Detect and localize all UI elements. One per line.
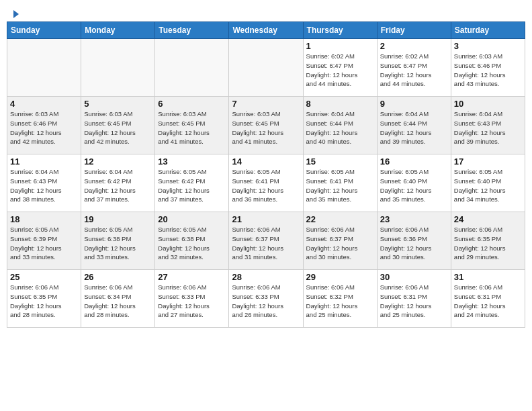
day-info: Sunrise: 6:04 AMSunset: 6:44 PMDaylight:… — [306, 109, 374, 146]
calendar-cell — [81, 39, 155, 97]
calendar-week-3: 11Sunrise: 6:04 AMSunset: 6:43 PMDayligh… — [7, 154, 525, 212]
day-number: 22 — [306, 214, 374, 224]
calendar-cell: 23Sunrise: 6:06 AMSunset: 6:36 PMDayligh… — [377, 212, 451, 270]
calendar-cell: 13Sunrise: 6:05 AMSunset: 6:42 PMDayligh… — [155, 154, 229, 212]
day-info: Sunrise: 6:05 AMSunset: 6:41 PMDaylight:… — [306, 167, 374, 204]
calendar-cell: 22Sunrise: 6:06 AMSunset: 6:37 PMDayligh… — [303, 212, 377, 270]
calendar-week-1: 1Sunrise: 6:02 AMSunset: 6:47 PMDaylight… — [7, 39, 525, 97]
day-info: Sunrise: 6:03 AMSunset: 6:45 PMDaylight:… — [158, 109, 226, 146]
day-info: Sunrise: 6:06 AMSunset: 6:35 PMDaylight:… — [10, 283, 78, 320]
day-number: 18 — [10, 214, 78, 224]
day-number: 29 — [306, 272, 374, 282]
day-number: 25 — [10, 272, 78, 282]
calendar-cell: 26Sunrise: 6:06 AMSunset: 6:34 PMDayligh… — [81, 270, 155, 328]
day-number: 15 — [306, 156, 374, 167]
calendar-table: SundayMondayTuesdayWednesdayThursdayFrid… — [7, 21, 525, 328]
calendar-cell: 17Sunrise: 6:05 AMSunset: 6:40 PMDayligh… — [451, 154, 525, 212]
calendar-week-5: 25Sunrise: 6:06 AMSunset: 6:35 PMDayligh… — [7, 270, 525, 328]
day-info: Sunrise: 6:05 AMSunset: 6:41 PMDaylight:… — [232, 167, 300, 204]
day-number: 23 — [380, 214, 448, 224]
day-number: 24 — [454, 214, 522, 224]
day-info: Sunrise: 6:06 AMSunset: 6:33 PMDaylight:… — [232, 283, 300, 320]
day-info: Sunrise: 6:05 AMSunset: 6:40 PMDaylight:… — [454, 167, 522, 204]
day-info: Sunrise: 6:06 AMSunset: 6:31 PMDaylight:… — [454, 283, 522, 320]
day-number: 12 — [84, 156, 152, 167]
calendar-week-4: 18Sunrise: 6:05 AMSunset: 6:39 PMDayligh… — [7, 212, 525, 270]
calendar-cell: 19Sunrise: 6:05 AMSunset: 6:38 PMDayligh… — [81, 212, 155, 270]
calendar-header-saturday: Saturday — [451, 22, 525, 39]
calendar-cell: 3Sunrise: 6:03 AMSunset: 6:46 PMDaylight… — [451, 39, 525, 97]
calendar-cell — [7, 39, 81, 97]
calendar-cell: 31Sunrise: 6:06 AMSunset: 6:31 PMDayligh… — [451, 270, 525, 328]
calendar-cell: 25Sunrise: 6:06 AMSunset: 6:35 PMDayligh… — [7, 270, 81, 328]
calendar-cell: 27Sunrise: 6:06 AMSunset: 6:33 PMDayligh… — [155, 270, 229, 328]
calendar-header-thursday: Thursday — [303, 22, 377, 39]
day-info: Sunrise: 6:05 AMSunset: 6:38 PMDaylight:… — [158, 225, 226, 262]
calendar-cell: 15Sunrise: 6:05 AMSunset: 6:41 PMDayligh… — [303, 154, 377, 212]
day-info: Sunrise: 6:06 AMSunset: 6:34 PMDaylight:… — [84, 283, 152, 320]
day-info: Sunrise: 6:06 AMSunset: 6:33 PMDaylight:… — [158, 283, 226, 320]
calendar-header-monday: Monday — [81, 22, 155, 39]
day-info: Sunrise: 6:04 AMSunset: 6:42 PMDaylight:… — [84, 167, 152, 204]
calendar-cell: 14Sunrise: 6:05 AMSunset: 6:41 PMDayligh… — [229, 154, 303, 212]
day-number: 7 — [232, 99, 300, 109]
day-number: 5 — [84, 99, 152, 109]
logo — [7, 8, 20, 17]
calendar-cell: 28Sunrise: 6:06 AMSunset: 6:33 PMDayligh… — [229, 270, 303, 328]
calendar-header-wednesday: Wednesday — [229, 22, 303, 39]
calendar-cell: 29Sunrise: 6:06 AMSunset: 6:32 PMDayligh… — [303, 270, 377, 328]
day-number: 30 — [380, 272, 448, 282]
calendar-cell: 10Sunrise: 6:04 AMSunset: 6:43 PMDayligh… — [451, 97, 525, 154]
logo-icon — [7, 8, 19, 20]
day-info: Sunrise: 6:04 AMSunset: 6:43 PMDaylight:… — [10, 167, 78, 204]
day-number: 17 — [454, 156, 522, 167]
day-number: 2 — [380, 41, 448, 51]
day-info: Sunrise: 6:03 AMSunset: 6:46 PMDaylight:… — [454, 52, 522, 89]
day-info: Sunrise: 6:03 AMSunset: 6:45 PMDaylight:… — [84, 109, 152, 146]
calendar-cell: 30Sunrise: 6:06 AMSunset: 6:31 PMDayligh… — [377, 270, 451, 328]
day-info: Sunrise: 6:03 AMSunset: 6:46 PMDaylight:… — [10, 109, 78, 146]
calendar-cell — [155, 39, 229, 97]
day-info: Sunrise: 6:06 AMSunset: 6:36 PMDaylight:… — [380, 225, 448, 262]
day-number: 31 — [454, 272, 522, 282]
day-number: 26 — [84, 272, 152, 282]
day-info: Sunrise: 6:06 AMSunset: 6:37 PMDaylight:… — [306, 225, 374, 262]
day-info: Sunrise: 6:06 AMSunset: 6:32 PMDaylight:… — [306, 283, 374, 320]
day-number: 13 — [158, 156, 226, 167]
day-number: 4 — [10, 99, 78, 109]
calendar-cell: 18Sunrise: 6:05 AMSunset: 6:39 PMDayligh… — [7, 212, 81, 270]
calendar-cell: 1Sunrise: 6:02 AMSunset: 6:47 PMDaylight… — [303, 39, 377, 97]
day-number: 27 — [158, 272, 226, 282]
day-info: Sunrise: 6:03 AMSunset: 6:45 PMDaylight:… — [232, 109, 300, 146]
day-info: Sunrise: 6:06 AMSunset: 6:35 PMDaylight:… — [454, 225, 522, 262]
day-info: Sunrise: 6:06 AMSunset: 6:31 PMDaylight:… — [380, 283, 448, 320]
calendar-cell: 11Sunrise: 6:04 AMSunset: 6:43 PMDayligh… — [7, 154, 81, 212]
day-info: Sunrise: 6:05 AMSunset: 6:39 PMDaylight:… — [10, 225, 78, 262]
day-number: 21 — [232, 214, 300, 224]
day-number: 11 — [10, 156, 78, 167]
calendar-cell: 7Sunrise: 6:03 AMSunset: 6:45 PMDaylight… — [229, 97, 303, 154]
calendar-cell: 12Sunrise: 6:04 AMSunset: 6:42 PMDayligh… — [81, 154, 155, 212]
calendar-header-tuesday: Tuesday — [155, 22, 229, 39]
day-info: Sunrise: 6:06 AMSunset: 6:37 PMDaylight:… — [232, 225, 300, 262]
day-info: Sunrise: 6:05 AMSunset: 6:42 PMDaylight:… — [158, 167, 226, 204]
calendar-cell: 4Sunrise: 6:03 AMSunset: 6:46 PMDaylight… — [7, 97, 81, 154]
day-info: Sunrise: 6:02 AMSunset: 6:47 PMDaylight:… — [306, 52, 374, 89]
calendar-cell: 24Sunrise: 6:06 AMSunset: 6:35 PMDayligh… — [451, 212, 525, 270]
calendar-header-friday: Friday — [377, 22, 451, 39]
day-number: 19 — [84, 214, 152, 224]
calendar-cell: 6Sunrise: 6:03 AMSunset: 6:45 PMDaylight… — [155, 97, 229, 154]
day-number: 10 — [454, 99, 522, 109]
calendar-cell: 21Sunrise: 6:06 AMSunset: 6:37 PMDayligh… — [229, 212, 303, 270]
day-number: 1 — [306, 41, 374, 51]
day-number: 20 — [158, 214, 226, 224]
calendar-header-sunday: Sunday — [7, 22, 81, 39]
calendar-cell: 20Sunrise: 6:05 AMSunset: 6:38 PMDayligh… — [155, 212, 229, 270]
day-number: 16 — [380, 156, 448, 167]
day-number: 9 — [380, 99, 448, 109]
day-number: 6 — [158, 99, 226, 109]
day-number: 14 — [232, 156, 300, 167]
day-number: 8 — [306, 99, 374, 109]
svg-marker-0 — [13, 10, 19, 18]
calendar-cell: 8Sunrise: 6:04 AMSunset: 6:44 PMDaylight… — [303, 97, 377, 154]
